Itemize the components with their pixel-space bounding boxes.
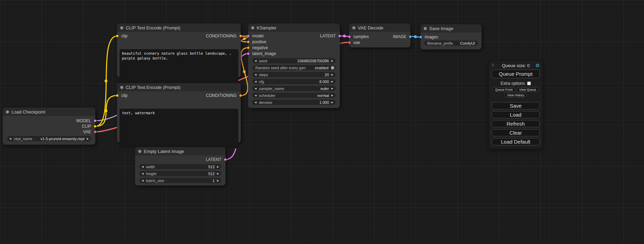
node-title-bar[interactable]: Save Image: [421, 24, 482, 33]
widget-batch-size[interactable]: ◀ batch_size 1 ▶: [139, 178, 221, 183]
node-ksampler[interactable]: KSampler model LATENT positive negative …: [248, 24, 340, 108]
toggle-knob[interactable]: [331, 66, 334, 70]
collapse-dot-icon[interactable]: [251, 26, 254, 29]
input-pin-latent-image[interactable]: [247, 52, 250, 55]
view-queue-button[interactable]: View Queue: [517, 87, 539, 92]
collapse-dot-icon[interactable]: [120, 86, 123, 89]
collapse-dot-icon[interactable]: [424, 27, 427, 30]
widget-steps[interactable]: ◀ steps 20 ▶: [252, 72, 336, 77]
settings-gear-icon[interactable]: ⚙: [535, 63, 540, 68]
load-default-button[interactable]: Load Default: [492, 138, 540, 145]
prompt-textarea[interactable]: text, watermark: [120, 109, 238, 148]
link-midpoint-dot-negative: [243, 70, 246, 73]
output-pin-model[interactable]: [94, 119, 97, 123]
input-pin-positive[interactable]: [247, 40, 250, 43]
next-arrow-icon[interactable]: ▶: [332, 80, 333, 83]
output-slot-vae: VAE: [3, 129, 95, 135]
node-clip-text-encode-negative[interactable]: CLIP Text Encode (Prompt) clip CONDITION…: [117, 83, 241, 143]
next-arrow-icon[interactable]: ▶: [332, 94, 333, 97]
node-title-bar[interactable]: Load Checkpoint: [3, 108, 95, 116]
input-pin-clip[interactable]: [116, 94, 119, 97]
next-arrow-icon[interactable]: ▶: [217, 172, 219, 175]
view-history-button[interactable]: View History: [504, 93, 527, 97]
output-pin-conditioning[interactable]: [239, 35, 242, 38]
node-title: Save Image: [429, 26, 453, 31]
queue-menu-panel[interactable]: ⠿ Queue size: 0 ⚙ Queue Prompt Extra opt…: [489, 61, 542, 149]
widget-ckpt-name[interactable]: ◀ ckpt_name v1-5-pruned-emaonly.ckpt ▶: [7, 136, 91, 141]
widget-name: filename_prefix: [427, 41, 453, 45]
prev-arrow-icon[interactable]: ◀: [255, 73, 256, 76]
next-arrow-icon[interactable]: ▶: [332, 73, 333, 76]
next-arrow-icon[interactable]: ▶: [332, 101, 333, 103]
node-vae-decode[interactable]: VAE Decode samples IMAGE vae: [349, 24, 411, 47]
next-arrow-icon[interactable]: ▶: [332, 60, 333, 62]
widget-width[interactable]: ◀ width 512 ▶: [139, 164, 221, 169]
link-midpoint-dot-clip-positive: [105, 80, 107, 82]
next-arrow-icon[interactable]: ▶: [332, 87, 333, 90]
node-empty-latent-image[interactable]: Empty Latent Image LATENT ◀ width 512 ▶ …: [135, 147, 226, 186]
collapse-dot-icon[interactable]: [120, 26, 123, 29]
prev-arrow-icon[interactable]: ◀: [142, 179, 143, 182]
widget-scheduler[interactable]: ◀ scheduler normal ▶: [252, 93, 336, 98]
input-pin-samples[interactable]: [348, 35, 351, 38]
node-title-bar[interactable]: CLIP Text Encode (Prompt): [117, 24, 241, 32]
comfyui-canvas-page: { "colors": { "model": "#b39ddb", "clip"…: [0, 0, 644, 244]
output-pin-latent[interactable]: [338, 34, 341, 37]
output-pin-vae[interactable]: [94, 130, 97, 134]
widget-sampler-name[interactable]: ◀ sampler_name euler ▶: [252, 86, 336, 91]
drag-handle-icon[interactable]: ⠿: [492, 63, 494, 68]
slot-label: vae: [353, 40, 360, 45]
widget-height[interactable]: ◀ height 512 ▶: [139, 171, 221, 176]
input-pin-images[interactable]: [419, 35, 422, 38]
input-pin-negative[interactable]: [247, 46, 250, 49]
node-title-bar[interactable]: VAE Decode: [349, 24, 411, 32]
widget-random-seed-toggle[interactable]: Random seed after every gen enabled: [252, 65, 336, 70]
prev-arrow-icon[interactable]: ◀: [255, 87, 256, 90]
next-arrow-icon[interactable]: ▶: [217, 165, 219, 168]
load-button[interactable]: Load: [492, 111, 540, 118]
save-button[interactable]: Save: [492, 102, 540, 109]
queue-prompt-button[interactable]: Queue Prompt: [492, 70, 540, 78]
slot-label: CLIP: [82, 124, 91, 129]
input-slot-negative: negative: [248, 45, 340, 51]
widget-value: 512: [208, 172, 214, 176]
prev-arrow-icon[interactable]: ◀: [255, 60, 256, 62]
next-arrow-icon[interactable]: ▶: [217, 179, 219, 182]
output-pin-conditioning[interactable]: [239, 94, 242, 97]
collapse-dot-icon[interactable]: [6, 110, 9, 114]
clear-button[interactable]: Clear: [492, 129, 540, 136]
prev-arrow-icon[interactable]: ◀: [9, 137, 11, 140]
node-save-image[interactable]: Save Image images filename_prefix ComfyU…: [421, 24, 482, 49]
node-title: VAE Decode: [358, 25, 383, 30]
output-pin-image[interactable]: [409, 35, 412, 38]
prev-arrow-icon[interactable]: ◀: [255, 101, 256, 103]
collapse-dot-icon[interactable]: [352, 26, 355, 29]
prev-arrow-icon[interactable]: ◀: [255, 80, 256, 83]
node-load-checkpoint[interactable]: Load Checkpoint MODEL CLIP VAE ◀ ckpt_na…: [3, 108, 95, 145]
collapse-dot-icon[interactable]: [138, 150, 141, 153]
input-pin-model[interactable]: [247, 34, 250, 37]
prompt-textarea[interactable]: beautiful scenery nature glass bottle la…: [120, 49, 238, 83]
widget-seed[interactable]: ◀ seed 156680208700286 ▶: [252, 58, 336, 63]
extra-options-checkbox[interactable]: [527, 82, 531, 85]
widget-cfg[interactable]: ◀ cfg 8.000 ▶: [252, 79, 336, 84]
node-title-bar[interactable]: KSampler: [248, 24, 340, 32]
history-row: View History: [492, 93, 540, 97]
input-pin-clip[interactable]: [116, 35, 119, 38]
output-pin-clip[interactable]: [94, 125, 97, 128]
input-pin-vae[interactable]: [348, 41, 351, 44]
next-arrow-icon[interactable]: ▶: [87, 137, 89, 140]
slot-label: negative: [252, 45, 268, 50]
node-title-bar[interactable]: Empty Latent Image: [135, 147, 226, 155]
prev-arrow-icon[interactable]: ◀: [255, 94, 256, 97]
refresh-button[interactable]: Refresh: [492, 120, 540, 127]
queue-front-button[interactable]: Queue Front: [492, 87, 515, 92]
node-title-bar[interactable]: CLIP Text Encode (Prompt): [117, 83, 241, 91]
widget-filename-prefix[interactable]: filename_prefix ComfyUI: [424, 40, 478, 46]
input-slot-vae: vae: [349, 39, 411, 45]
output-pin-latent[interactable]: [224, 158, 227, 161]
widget-denoise[interactable]: ◀ denoise 1.000 ▶: [252, 100, 336, 105]
prev-arrow-icon[interactable]: ◀: [142, 165, 143, 168]
prev-arrow-icon[interactable]: ◀: [142, 172, 143, 175]
node-clip-text-encode-positive[interactable]: CLIP Text Encode (Prompt) clip CONDITION…: [117, 24, 241, 77]
